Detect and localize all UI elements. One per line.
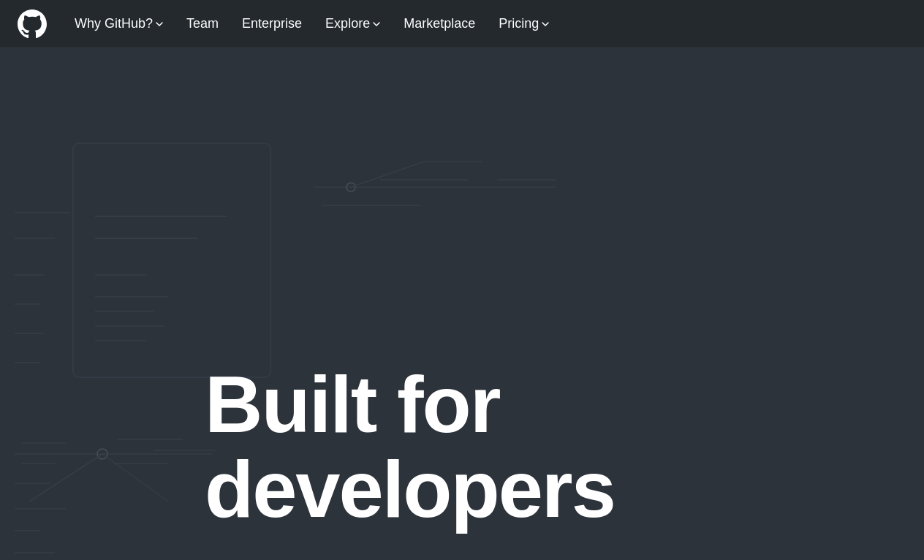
hero-title: Built for developers bbox=[205, 362, 924, 531]
nav-link-marketplace[interactable]: Marketplace bbox=[393, 10, 485, 37]
nav-links: Why GitHub? Team Enterprise Explore bbox=[64, 10, 559, 37]
navbar: Why GitHub? Team Enterprise Explore bbox=[0, 0, 924, 48]
svg-line-23 bbox=[29, 454, 102, 502]
nav-item-explore[interactable]: Explore bbox=[315, 10, 390, 37]
github-logo[interactable] bbox=[18, 10, 47, 39]
nav-item-team[interactable]: Team bbox=[176, 10, 229, 37]
nav-item-why-github[interactable]: Why GitHub? bbox=[64, 10, 173, 37]
nav-link-team[interactable]: Team bbox=[176, 10, 229, 37]
nav-item-pricing[interactable]: Pricing bbox=[488, 10, 559, 37]
hero-section: Built for developers bbox=[0, 48, 924, 560]
nav-item-marketplace[interactable]: Marketplace bbox=[393, 10, 485, 37]
chevron-down-icon bbox=[373, 20, 380, 28]
nav-item-enterprise[interactable]: Enterprise bbox=[232, 10, 312, 37]
nav-link-enterprise[interactable]: Enterprise bbox=[232, 10, 312, 37]
hero-text-block: Built for developers bbox=[205, 362, 924, 531]
chevron-down-icon bbox=[156, 20, 163, 28]
svg-line-24 bbox=[102, 454, 168, 502]
chevron-down-icon bbox=[542, 20, 549, 28]
nav-link-explore[interactable]: Explore bbox=[315, 10, 390, 37]
svg-line-16 bbox=[351, 162, 424, 187]
nav-link-pricing[interactable]: Pricing bbox=[488, 10, 559, 37]
svg-rect-0 bbox=[73, 143, 270, 377]
nav-link-why-github[interactable]: Why GitHub? bbox=[64, 10, 173, 37]
